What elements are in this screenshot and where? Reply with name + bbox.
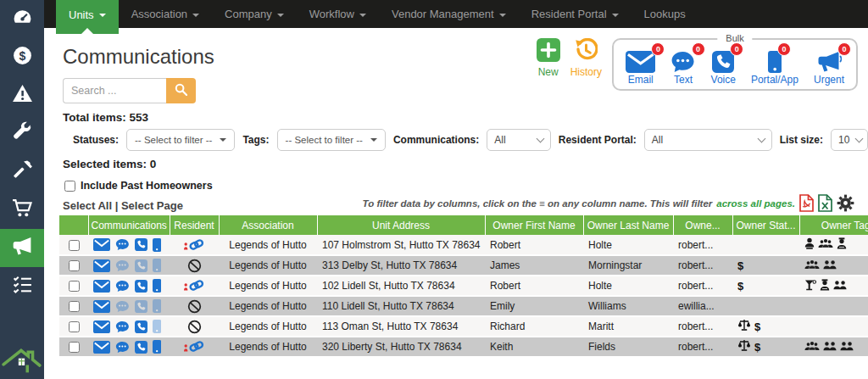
- list-size-select[interactable]: 10: [831, 129, 868, 151]
- sidebar-item-tasks[interactable]: [0, 267, 44, 305]
- sidebar-item-maintenance[interactable]: [0, 114, 44, 153]
- col-communications[interactable]: Communications: [88, 215, 170, 235]
- communications-cell: [88, 337, 170, 357]
- resident-portal-select[interactable]: All: [644, 129, 772, 151]
- voice-icon[interactable]: [135, 280, 147, 293]
- association-cell: Legends of Hutto: [219, 235, 317, 255]
- col-owner-last-name[interactable]: Owner Last Name: [583, 215, 673, 235]
- list-size-select-value: 10: [838, 134, 849, 146]
- statuses-dropdown[interactable]: -- Select to filter --: [126, 129, 235, 151]
- resident-cell: [170, 337, 219, 357]
- col-owner-email[interactable]: Owne...: [673, 215, 732, 235]
- select-page-link[interactable]: Select Page: [121, 199, 183, 212]
- text-icon[interactable]: [115, 238, 130, 251]
- app-icon[interactable]: [153, 340, 161, 354]
- bulk-urgent-button[interactable]: 0 Urgent: [814, 49, 844, 86]
- nav-association[interactable]: Association: [119, 0, 212, 28]
- history-button[interactable]: History: [570, 38, 602, 78]
- tags-dropdown[interactable]: -- Select to filter --: [277, 129, 386, 151]
- filters-row: Statuses: -- Select to filter -- Tags: -…: [73, 129, 868, 151]
- sidebar-item-purchasing[interactable]: [0, 191, 44, 229]
- search-input[interactable]: [63, 78, 166, 103]
- owner-email-cell: robert...: [673, 316, 732, 337]
- text-icon[interactable]: [115, 280, 130, 293]
- row-checkbox[interactable]: [69, 260, 80, 271]
- row-checkbox-cell: [59, 316, 88, 337]
- app-icon[interactable]: [153, 259, 161, 272]
- nav-workflow[interactable]: Workflow: [297, 0, 379, 28]
- text-icon[interactable]: [115, 320, 130, 333]
- app-icon[interactable]: [153, 320, 161, 333]
- voice-icon[interactable]: [135, 341, 147, 354]
- row-checkbox[interactable]: [69, 240, 80, 251]
- email-icon[interactable]: [93, 259, 110, 272]
- table-header-row: Communications Resident Association Unit…: [59, 215, 868, 235]
- col-resident[interactable]: Resident: [170, 215, 219, 235]
- app-icon[interactable]: [153, 299, 161, 313]
- app-icon[interactable]: [153, 279, 161, 293]
- communications-table: Communications Resident Association Unit…: [59, 215, 868, 358]
- sidebar-item-dashboard[interactable]: [0, 0, 44, 38]
- app-icon[interactable]: [153, 238, 161, 252]
- row-checkbox[interactable]: [69, 301, 80, 312]
- sidebar-item-alerts[interactable]: [0, 76, 44, 114]
- row-checkbox[interactable]: [69, 321, 80, 332]
- new-button[interactable]: New: [537, 38, 560, 78]
- row-checkbox-cell: [59, 276, 88, 296]
- nav-vendor-management[interactable]: Vendor Management: [379, 0, 519, 28]
- col-checkbox: [59, 215, 88, 235]
- email-icon[interactable]: [93, 280, 110, 293]
- resident-linked-icon[interactable]: [183, 340, 206, 352]
- association-cell: Legends of Hutto: [219, 316, 317, 337]
- col-owner-first-name[interactable]: Owner First Name: [485, 215, 583, 235]
- owner-tags-cell: [799, 316, 868, 337]
- col-owner-status[interactable]: Owner Stat...: [732, 215, 799, 235]
- nav-units[interactable]: Units: [56, 0, 119, 34]
- history-button-label: History: [570, 66, 602, 78]
- communications-select-value: All: [494, 134, 505, 146]
- row-checkbox[interactable]: [69, 342, 80, 353]
- owner-last-name-cell: Holte: [583, 276, 673, 296]
- email-icon[interactable]: [93, 238, 110, 251]
- nav-resident-portal[interactable]: Resident Portal: [519, 0, 632, 28]
- select-all-link[interactable]: Select All: [63, 199, 112, 212]
- resident-linked-icon[interactable]: [183, 279, 206, 291]
- sidebar-item-workorders[interactable]: [0, 153, 44, 191]
- wrench-icon: [12, 121, 33, 146]
- col-owner-tags[interactable]: Owner Tags: [799, 215, 868, 235]
- export-pdf-button[interactable]: [799, 194, 814, 212]
- email-icon[interactable]: [93, 300, 110, 313]
- nav-company[interactable]: Company: [212, 0, 297, 28]
- email-icon[interactable]: [93, 320, 110, 333]
- include-past-homeowners-checkbox[interactable]: [64, 181, 75, 192]
- bulk-text-button[interactable]: 0 Text: [670, 49, 695, 86]
- bulk-portal-app-button[interactable]: 0 Portal/App: [751, 49, 798, 86]
- sidebar-item-communications[interactable]: [0, 229, 44, 267]
- communications-select[interactable]: All: [487, 129, 551, 151]
- voice-icon[interactable]: [135, 300, 147, 313]
- bulk-text-label: Text: [674, 74, 693, 86]
- voice-icon[interactable]: [135, 320, 147, 333]
- text-icon[interactable]: [115, 300, 130, 313]
- row-checkbox-cell: [59, 235, 88, 255]
- voice-icon[interactable]: [135, 259, 147, 272]
- nav-lookups[interactable]: Lookups: [632, 0, 698, 28]
- voice-icon[interactable]: [135, 238, 147, 251]
- email-icon[interactable]: [93, 341, 110, 354]
- hammer-icon: [12, 159, 33, 184]
- sidebar-item-financial[interactable]: $: [0, 38, 44, 76]
- bulk-email-button[interactable]: 0 Email: [626, 49, 655, 86]
- settings-gear-button[interactable]: [837, 194, 854, 212]
- owner-tags-cell: [799, 235, 868, 255]
- bulk-voice-button[interactable]: 0 Voice: [711, 49, 736, 86]
- chevron-down-icon: [99, 14, 106, 17]
- resident-linked-icon[interactable]: [183, 238, 206, 250]
- col-association[interactable]: Association: [219, 215, 317, 235]
- search-button[interactable]: [166, 78, 196, 103]
- chevron-down-icon: [192, 14, 199, 17]
- text-icon[interactable]: [115, 341, 130, 354]
- row-checkbox[interactable]: [69, 281, 80, 292]
- export-excel-button[interactable]: [818, 194, 832, 212]
- text-icon[interactable]: [115, 259, 130, 272]
- col-unit-address[interactable]: Unit Address: [317, 215, 485, 235]
